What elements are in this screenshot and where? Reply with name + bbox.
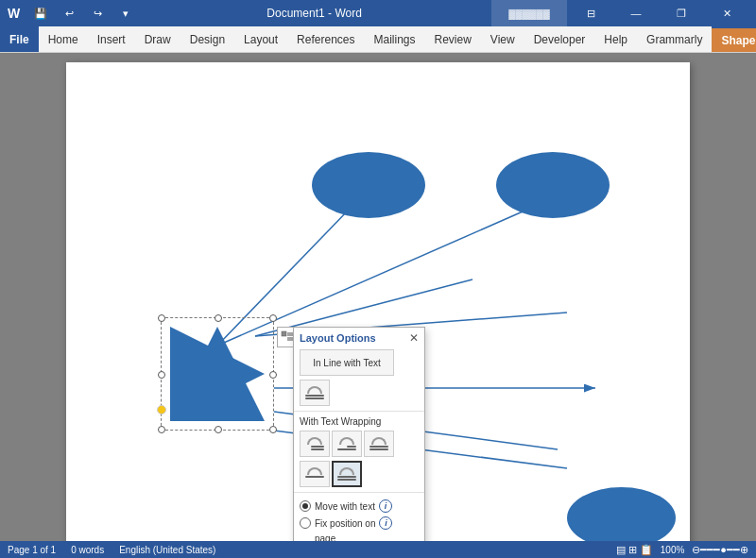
fix-position-page-label: page (315, 533, 335, 541)
separator-2 (294, 492, 424, 493)
tab-insert[interactable]: Insert (88, 26, 135, 52)
wrap-square-button[interactable] (300, 431, 330, 457)
tab-view[interactable]: View (481, 26, 524, 52)
inline-label: In Line with Text (313, 358, 381, 368)
handle-tm[interactable] (215, 314, 222, 322)
tab-grammarly[interactable]: Grammarly (637, 26, 712, 52)
line-s1 (311, 446, 324, 448)
handle-bm[interactable] (215, 426, 222, 433)
inline-option-1[interactable] (300, 380, 330, 406)
handle-ml[interactable] (158, 371, 165, 379)
arch-2 (339, 437, 354, 445)
handle-br[interactable] (269, 426, 277, 433)
handle-tr[interactable] (269, 314, 277, 322)
title-bar-left: W 💾 ↩ ↪ ▾ (8, 2, 137, 25)
line-full-2 (305, 397, 324, 399)
tab-home[interactable]: Home (39, 26, 88, 52)
tab-design[interactable]: Design (180, 26, 234, 52)
customize-button[interactable]: ▾ (114, 2, 137, 25)
line-f6 (337, 476, 356, 478)
lines-5 (337, 476, 356, 481)
line-f4 (305, 476, 324, 478)
move-with-text-label: Move with text (315, 501, 375, 512)
fix-position-page: page (300, 533, 419, 541)
panel-header: Layout Options ✕ (294, 328, 424, 347)
handle-bl[interactable] (158, 426, 165, 433)
page-status: Page 1 of 1 (8, 545, 56, 555)
tab-developer[interactable]: Developer (524, 26, 595, 52)
minimize-button[interactable]: — (614, 0, 658, 26)
language-status: English (United States) (119, 545, 215, 555)
lines-1 (305, 446, 324, 450)
ribbon-tabs: File Home Insert Draw Design Layout Refe… (0, 26, 756, 53)
ellipse-top-left[interactable] (312, 152, 425, 218)
separator-1 (294, 411, 424, 412)
status-right: ▤ ⊞ 📋 100% ⊖━━━●━━⊕ (616, 544, 748, 556)
wrap-behind-button[interactable] (332, 461, 362, 487)
undo-button[interactable]: ↩ (58, 2, 80, 25)
inline-options-row (294, 378, 424, 408)
wrapping-label: With Text Wrapping (294, 414, 424, 429)
wrapping-row-1 (294, 429, 424, 459)
zoom-level: 100% (661, 545, 685, 555)
tab-layout[interactable]: Layout (234, 26, 287, 52)
fix-position-option[interactable]: Fix position on i (300, 516, 419, 530)
handle-mr[interactable] (269, 371, 277, 379)
handle-tl[interactable] (158, 314, 165, 322)
lines-2 (337, 446, 356, 450)
line-f7 (337, 479, 356, 481)
line-f2 (369, 446, 388, 448)
tab-file[interactable]: File (0, 26, 39, 52)
move-with-text-option[interactable]: Move with text i (300, 499, 419, 513)
arch-1 (307, 437, 322, 445)
view-buttons[interactable]: ▤ ⊞ 📋 (616, 544, 653, 556)
move-info-icon[interactable]: i (379, 499, 392, 513)
layout-trigger-icon (281, 330, 294, 344)
layout-options-panel: Layout Options ✕ In Line with Text With … (293, 327, 425, 541)
arch-4 (307, 467, 322, 475)
position-options: Move with text i Fix position on i page (294, 496, 424, 541)
title-bar-controls: ▓▓▓▓▓▓ ⊟ — ❐ ✕ (491, 0, 748, 26)
svg-rect-10 (282, 331, 286, 336)
fix-radio[interactable] (300, 517, 311, 529)
fix-position-label: Fix position on (315, 518, 375, 529)
zoom-slider[interactable]: ⊖━━━●━━⊕ (692, 544, 748, 556)
page: Layout Options ✕ In Line with Text With … (66, 62, 690, 541)
wrap-tight-button[interactable] (332, 431, 362, 457)
ribbon-toggle-button[interactable]: ⊟ (569, 0, 612, 26)
tab-mailings[interactable]: Mailings (364, 26, 424, 52)
arch-5 (339, 467, 354, 475)
tab-review[interactable]: Review (425, 26, 481, 52)
tab-help[interactable]: Help (594, 26, 637, 52)
status-bar: Page 1 of 1 0 words English (United Stat… (0, 541, 756, 558)
ellipse-top-right[interactable] (496, 152, 610, 218)
word-icon: W (8, 6, 20, 21)
tab-references[interactable]: References (287, 26, 364, 52)
fix-info-icon[interactable]: i (379, 516, 392, 530)
line-full (305, 395, 324, 397)
document-area: Layout Options ✕ In Line with Text With … (0, 53, 756, 541)
wrap-through-button[interactable] (364, 431, 394, 457)
ribbon: File Home Insert Draw Design Layout Refe… (0, 26, 756, 53)
redo-button[interactable]: ↪ (86, 2, 109, 25)
tab-shape-format[interactable]: Shape Format (712, 26, 756, 52)
words-status: 0 words (71, 545, 104, 555)
connector-dot[interactable] (157, 405, 166, 414)
save-button[interactable]: 💾 (29, 2, 52, 25)
wrap-topbottom-button[interactable] (300, 461, 330, 487)
maximize-button[interactable]: ❐ (660, 0, 703, 26)
arch-3 (371, 437, 387, 445)
ellipse-bottom-right[interactable] (567, 487, 676, 541)
move-radio[interactable] (300, 500, 311, 512)
line-f1 (337, 448, 356, 450)
close-button[interactable]: ✕ (705, 0, 748, 26)
account-area[interactable]: ▓▓▓▓▓▓ (491, 0, 567, 26)
panel-close-button[interactable]: ✕ (409, 332, 419, 344)
line-f3 (369, 448, 388, 450)
window-title: Document1 - Word (137, 7, 491, 20)
title-bar: W 💾 ↩ ↪ ▾ Document1 - Word ▓▓▓▓▓▓ ⊟ — ❐ … (0, 0, 756, 26)
selection-box (161, 317, 274, 431)
arch-icon (307, 386, 322, 394)
inline-with-text-button[interactable]: In Line with Text (300, 349, 394, 376)
tab-draw[interactable]: Draw (135, 26, 180, 52)
